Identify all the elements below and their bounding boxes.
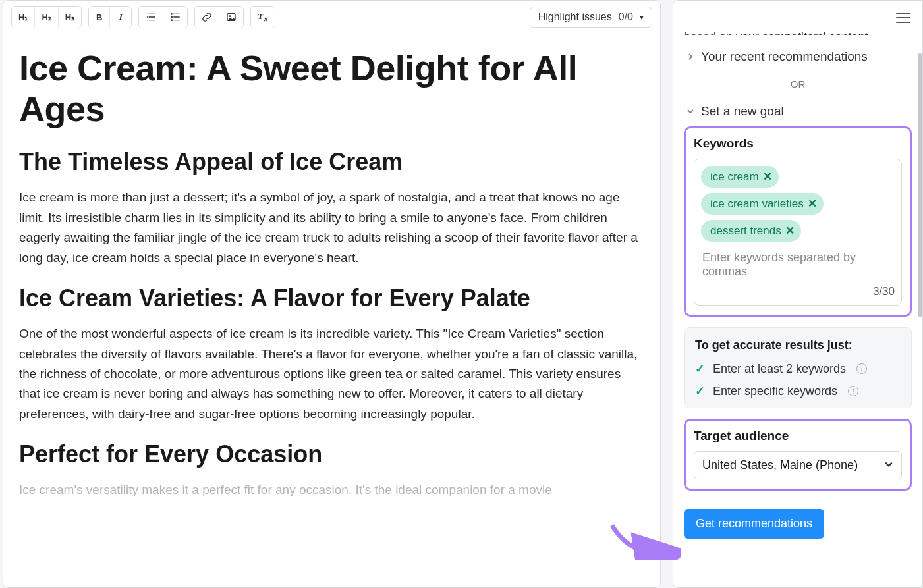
link-icon	[202, 12, 212, 22]
chevron-down-icon	[884, 458, 893, 472]
chevron-down-icon: ▾	[640, 13, 644, 22]
clipped-text: based on your competitors' content.	[684, 30, 912, 35]
keyword-chip[interactable]: ice cream varieties✕	[701, 193, 824, 215]
keywords-section: Keywords ice cream✕ ice cream varieties✕…	[684, 126, 912, 317]
image-icon	[226, 12, 237, 22]
article-h2-2: Ice Cream Varieties: A Flavor for Every …	[19, 284, 644, 312]
svg-point-0	[171, 13, 173, 15]
ordered-list-button[interactable]	[139, 7, 163, 28]
tips-box: To get accurate results just: ✓ Enter at…	[684, 327, 912, 408]
editor-content[interactable]: Ice Cream: A Sweet Delight for All Ages …	[3, 34, 660, 587]
audience-title: Target audience	[694, 429, 902, 443]
list-group	[138, 6, 188, 28]
article-h2-3: Perfect for Every Occasion	[19, 440, 644, 468]
keyword-chip[interactable]: dessert trends✕	[701, 220, 801, 242]
recent-recommendations-toggle[interactable]: Your recent recommendations	[684, 41, 912, 72]
highlight-label: Highlight issues	[538, 11, 612, 23]
chip-remove-icon[interactable]: ✕	[763, 170, 772, 184]
keywords-title: Keywords	[694, 136, 902, 151]
chip-remove-icon[interactable]: ✕	[808, 197, 817, 211]
target-audience-section: Target audience United States, Maine (Ph…	[684, 419, 912, 491]
info-icon[interactable]: i	[848, 386, 858, 396]
article-title: Ice Cream: A Sweet Delight for All Ages	[19, 47, 644, 129]
check-icon: ✓	[695, 361, 705, 376]
check-icon: ✓	[695, 384, 705, 398]
info-icon[interactable]: i	[856, 363, 867, 374]
h3-button[interactable]: H₃	[59, 7, 81, 28]
keyword-chip[interactable]: ice cream✕	[701, 166, 779, 188]
svg-point-2	[171, 19, 173, 21]
recent-recs-label: Your recent recommendations	[701, 49, 868, 64]
link-button[interactable]	[195, 7, 219, 28]
keywords-placeholder: Enter keywords separated by commas	[701, 248, 895, 285]
highlight-issues-select[interactable]: Highlight issues 0/0 ▾	[530, 7, 652, 28]
unordered-list-icon	[170, 12, 181, 22]
keyword-chips: ice cream✕ ice cream varieties✕ dessert …	[701, 166, 895, 242]
get-recommendations-button[interactable]: Get recommendations	[684, 509, 824, 539]
chip-remove-icon[interactable]: ✕	[785, 224, 795, 238]
insert-group	[194, 6, 244, 28]
new-goal-toggle[interactable]: Set a new goal	[684, 96, 912, 126]
article-p1: Ice cream is more than just a dessert; i…	[19, 188, 644, 268]
hamburger-icon[interactable]	[896, 13, 910, 23]
tip-row: ✓ Enter at least 2 keywords i	[695, 361, 901, 376]
editor-toolbar: H₁ H₂ H₃ B I	[3, 1, 660, 34]
editor-panel: H₁ H₂ H₃ B I	[3, 0, 661, 588]
sidebar-panel: based on your competitors' content. Your…	[673, 0, 923, 588]
heading-group: H₁ H₂ H₃	[11, 6, 82, 28]
or-separator: OR	[684, 78, 912, 90]
tips-title: To get accurate results just:	[695, 338, 901, 352]
italic-button[interactable]: I	[110, 7, 131, 28]
sidebar-scrollbar[interactable]	[917, 49, 922, 587]
fade-overlay	[3, 535, 660, 587]
image-button[interactable]	[219, 7, 243, 28]
chevron-down-icon	[686, 107, 694, 115]
clear-format-button[interactable]: T✕	[251, 7, 275, 28]
chevron-right-icon	[686, 53, 694, 61]
article-p2: One of the most wonderful aspects of ice…	[19, 324, 644, 424]
h1-button[interactable]: H₁	[12, 7, 35, 28]
highlight-count: 0/0	[619, 11, 633, 23]
bold-button[interactable]: B	[89, 7, 110, 28]
svg-point-4	[229, 15, 231, 17]
keywords-counter: 3/30	[701, 285, 895, 298]
svg-point-1	[171, 16, 173, 18]
new-goal-label: Set a new goal	[701, 104, 784, 119]
clear-format-icon: T✕	[258, 11, 268, 23]
keywords-input-box[interactable]: ice cream✕ ice cream varieties✕ dessert …	[694, 159, 902, 306]
audience-value: United States, Maine (Phone)	[702, 458, 858, 472]
tip-row: ✓ Enter specific keywords i	[695, 384, 901, 398]
audience-select[interactable]: United States, Maine (Phone)	[694, 451, 902, 479]
style-group: B I	[88, 6, 132, 28]
article-h2-1: The Timeless Appeal of Ice Cream	[19, 147, 644, 176]
unordered-list-button[interactable]	[163, 7, 187, 28]
ordered-list-icon	[146, 12, 156, 22]
h2-button[interactable]: H₂	[35, 7, 58, 28]
clear-group: T✕	[250, 6, 275, 28]
article-p3: Ice cream's versatility makes it a perfe…	[19, 480, 644, 500]
